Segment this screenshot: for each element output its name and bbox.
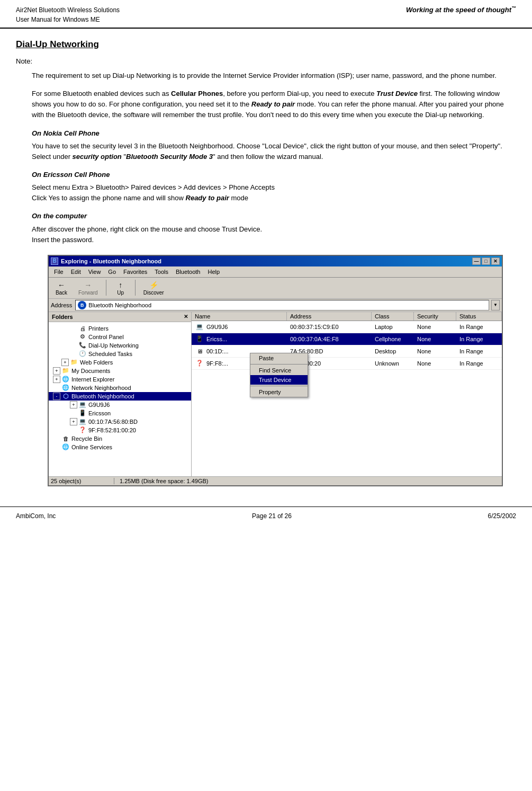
tree-label-recyclebin: Recycle Bin [71, 436, 102, 442]
forward-button[interactable]: → Forward [74, 279, 102, 297]
para-computer: On the computer After discover the phone… [32, 211, 516, 245]
td-security-4: None [414, 360, 456, 367]
folders-close-button[interactable]: ✕ [184, 314, 188, 319]
ericsson-line2: Click Yes to assign the phone name and w… [32, 193, 516, 203]
dialup-icon: 📞 [78, 342, 87, 349]
discover-button[interactable]: ⚡ Discover [139, 279, 168, 297]
tree-item-network[interactable]: 🌐 Network Neighborhood [49, 384, 191, 392]
back-button[interactable]: ← Back [51, 279, 72, 297]
ericsson-icon: 📱 [78, 410, 87, 417]
tree-item-webfolders[interactable]: + 📁 Web Folders [49, 358, 191, 367]
th-security[interactable]: Security [414, 312, 456, 321]
bluetooth-icon: ⬡ [61, 393, 70, 400]
ctx-trust-device[interactable]: Trust Device [250, 375, 308, 385]
discover-icon: ⚡ [148, 280, 159, 290]
menu-bluetooth[interactable]: Bluetooth [173, 268, 203, 276]
onlineservices-icon: 🌐 [61, 443, 70, 451]
tree-label-ie: Internet Explorer [71, 376, 114, 383]
tree-label-ericsson: Ericsson [88, 410, 111, 416]
tree-item-recyclebin[interactable]: 🗑 Recycle Bin [49, 434, 191, 443]
footer-page: Page 21 of 26 [252, 512, 292, 520]
folders-header: Folders ✕ [49, 312, 191, 322]
ctx-property[interactable]: Property [250, 387, 308, 397]
tree-label-dialup: Dial-Up Networking [88, 342, 139, 349]
td-class-2: Cellphone [372, 335, 414, 343]
tree-item-controlpanel[interactable]: ⚙ Control Panel [49, 333, 191, 341]
menu-go[interactable]: Go [105, 268, 119, 276]
tree-item-g9u9j6[interactable]: + 💻 G9U9J6 [49, 401, 191, 409]
tree-item-ericsson[interactable]: 📱 Ericsson [49, 409, 191, 417]
para-cellular: For some Bluetooth enabled devices such … [32, 88, 516, 120]
td-status-2: In Range [456, 335, 502, 343]
ctx-separator-2 [250, 386, 308, 386]
titlebar-buttons[interactable]: — □ ✕ [472, 257, 500, 265]
th-address[interactable]: Address [287, 312, 372, 321]
tree-label-g9u9j6: G9U9J6 [88, 402, 110, 408]
tree-item-bluetooth[interactable]: - ⬡ Bluetooth Neighborhood [49, 392, 191, 401]
webfolders-expand[interactable]: + [61, 359, 69, 366]
menu-tools[interactable]: Tools [151, 268, 172, 276]
tree-item-dialup[interactable]: 📞 Dial-Up Networking [49, 341, 191, 350]
td-security-1: None [414, 323, 456, 331]
menu-favorites[interactable]: Favorites [120, 268, 150, 276]
tree-label-9ff8: 9F:F8:52:81:00:20 [88, 427, 136, 433]
computer-title: On the computer [32, 211, 516, 221]
menu-edit[interactable]: Edit [68, 268, 84, 276]
tree-item-scheduledtasks[interactable]: 🕐 Scheduled Tasks [49, 350, 191, 358]
ctx-paste[interactable]: Paste [250, 353, 308, 363]
address-bar: Address B Bluetooth Neighborhood ▼ [49, 299, 502, 312]
address-bt-icon: B [78, 301, 86, 309]
menu-view[interactable]: View [85, 268, 104, 276]
up-button[interactable]: ↑ Up [110, 279, 131, 297]
status-objects: 25 object(s) [51, 478, 114, 484]
table-row[interactable]: 🖥 00:1D:... 7A:56:80:BD Desktop None In … [192, 345, 502, 358]
ctx-find-service[interactable]: Find Service [250, 366, 308, 375]
td-status-4: In Range [456, 360, 502, 367]
computer-line2: Insert the password. [32, 235, 516, 245]
para-ericsson: On Ericsson Cell Phone Select menu Extra… [32, 170, 516, 203]
table-row[interactable]: 💻 G9U9J6 00:80:37:15:C9:E0 Laptop None I… [192, 321, 502, 333]
address-dropdown[interactable]: ▼ [491, 300, 500, 310]
mydocs-expand[interactable]: + [53, 367, 60, 375]
tree-item-printers[interactable]: 🖨 Printers [49, 324, 191, 333]
tree-item-onlineservices[interactable]: 🌐 Online Services [49, 443, 191, 451]
td-status-1: In Range [456, 323, 502, 331]
th-class[interactable]: Class [372, 312, 414, 321]
tree-item-00107a[interactable]: + 💻 00:10:7A:56:80:BD [49, 417, 191, 426]
table-row[interactable]: ❓ 9F:F8:... 52:81:00:20 Unknown None In … [192, 358, 502, 370]
menu-bar: File Edit View Go Favorites Tools Blueto… [49, 266, 502, 278]
desktop-icon: 🖥 [195, 347, 204, 355]
ie-expand[interactable]: + [53, 376, 60, 383]
section-title: Dial-Up Networking [16, 39, 516, 50]
tree-item-mydocs[interactable]: + 📁 My Documents [49, 367, 191, 375]
back-icon: ← [56, 280, 67, 290]
ericsson-title: On Ericsson Cell Phone [32, 170, 516, 180]
company-name-line1: Air2Net Bluetooth Wireless Solutions [16, 5, 120, 15]
webfolders-icon: 📁 [70, 359, 78, 366]
g9u9j6-expand[interactable]: + [70, 401, 77, 408]
nokia-title: On Nokia Cell Phone [32, 128, 516, 139]
menu-file[interactable]: File [51, 268, 67, 276]
table-row[interactable]: 📱 Ericss... 00:00:37:0A:4E:F8 Cellphone … [192, 333, 502, 345]
unknown-icon: ❓ [195, 359, 204, 368]
bluetooth-expand[interactable]: - [53, 393, 60, 400]
close-button[interactable]: ✕ [491, 257, 500, 265]
tree-label-scheduledtasks: Scheduled Tasks [88, 351, 132, 357]
td-class-4: Unknown [372, 360, 414, 367]
tree-item-9ff8[interactable]: ❓ 9F:F8:52:81:00:20 [49, 426, 191, 434]
tree-item-ie[interactable]: + 🌐 Internet Explorer [49, 375, 191, 384]
tree-label-printers: Printers [88, 325, 109, 332]
00107a-expand[interactable]: + [70, 418, 77, 425]
titlebar-icon: B [51, 257, 58, 265]
td-status-3: In Range [456, 348, 502, 355]
ctx-separator-1 [250, 364, 308, 365]
footer-company: AmbiCom, Inc [16, 512, 56, 520]
table-body: 💻 G9U9J6 00:80:37:15:C9:E0 Laptop None I… [192, 321, 502, 476]
menu-help[interactable]: Help [204, 268, 223, 276]
maximize-button[interactable]: □ [482, 257, 490, 265]
address-field[interactable]: B Bluetooth Neighborhood [75, 300, 489, 310]
minimize-button[interactable]: — [472, 257, 481, 265]
table-header: Name Address Class Security Status [192, 312, 502, 321]
th-name[interactable]: Name [192, 312, 287, 321]
th-status[interactable]: Status [456, 312, 502, 321]
